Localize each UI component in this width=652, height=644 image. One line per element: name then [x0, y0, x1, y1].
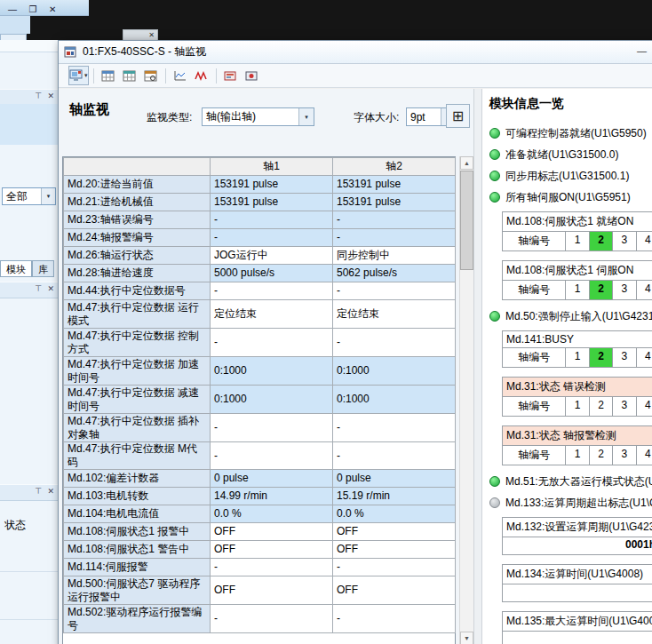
row-label: Md.44:执行中定位数据号 [64, 282, 211, 300]
detail-monitor-icon [144, 70, 157, 82]
dock-panel-header: ⊤ ✕ [0, 282, 58, 298]
axis-cell-4: 4 [637, 348, 652, 367]
axis-monitor-button[interactable] [99, 66, 118, 85]
window-title: 01:FX5-40SSC-S - 轴监视 [83, 44, 206, 60]
axis-number-header: 轴编号 [503, 281, 566, 299]
scroll-down-button[interactable]: ▼ [460, 632, 473, 644]
axis-box-title: Md.31:状态 轴报警检测 [502, 425, 652, 446]
toolbar-separator [216, 68, 217, 83]
scroll-up-button[interactable]: ▲ [460, 156, 473, 170]
module-status-item: Md.51:无放大器运行模式状态(U1\G [489, 474, 652, 489]
graph-monitor-button[interactable] [171, 66, 190, 85]
servo-amp-icon [224, 70, 237, 82]
status-led-green-icon [489, 192, 500, 203]
axis1-value: - [211, 414, 333, 442]
font-size-value: 9pt [407, 111, 441, 123]
table-row: Md.108:伺服状态1 报警中OFFOFF [64, 523, 456, 541]
toolbar-separator [93, 68, 94, 83]
close-icon[interactable]: ✕ [47, 91, 54, 100]
module-status-item: 所有轴伺服ON(U1\G5951) [489, 190, 652, 204]
module-info-list: 可编程控制器就绪(U1\G5950)准备就绪(U1\G31500.0)同步用标志… [489, 126, 652, 644]
axis1-value: 5000 pulse/s [211, 265, 333, 282]
axis-cell-3: 3 [613, 281, 636, 299]
table-row: Md.102:偏差计数器0 pulse0 pulse [64, 470, 456, 488]
axis-monitor-pane: 轴监视 监视类型: 轴(输出轴) ▾ 字体大小: 9pt ▾ ⊞ [59, 89, 473, 644]
waveform-trace-button[interactable] [192, 66, 211, 85]
table-row: Md.47:执行中定位数据 加速时间号0:10000:1000 [64, 357, 456, 386]
module-info-title: 模块信息一览 [489, 96, 652, 112]
table-row: Md.47:执行中定位数据 减速时间号0:10000:1000 [64, 386, 456, 414]
axis-cell-3: 3 [613, 232, 636, 250]
tab-module[interactable]: 模块 [0, 260, 32, 277]
status-item-label: 所有轴伺服ON(U1\G5951) [505, 190, 631, 205]
pin-icon[interactable]: ⊤ [35, 284, 42, 293]
axis-number-header: 轴编号 [503, 348, 566, 367]
value-box: Md.134:运算时间(U1\G4008) [502, 564, 652, 602]
monitor-toolbar: ▾ [59, 64, 652, 88]
pane-splitter[interactable] [473, 89, 482, 644]
pin-icon[interactable]: ⊤ [35, 487, 42, 496]
axis2-value: 153191 pulse [333, 194, 456, 211]
row-label: Md.23:轴错误编号 [64, 211, 211, 229]
monitor-type-label: 监视类型: [147, 110, 192, 125]
status-item-label: Md.51:无放大器运行模式状态(U1\G [505, 474, 652, 489]
tab-library[interactable]: 库 [32, 260, 54, 277]
row-label: Md.47:执行中定位数据 插补对象轴 [64, 414, 211, 442]
minimize-icon[interactable]: — [8, 4, 17, 14]
row-label: Md.500:伺服状态7 驱动程序运行报警中 [64, 576, 211, 605]
element-filter-dropdown[interactable]: 全部 ▾ [2, 187, 56, 205]
axis-status-box: Md.108:伺服状态1 伺服ON轴编号1234 [502, 260, 652, 300]
group-monitor-icon [123, 70, 136, 82]
close-icon[interactable]: ✕ [47, 284, 54, 293]
close-icon[interactable]: ✕ [148, 31, 155, 39]
axis-number-row: 轴编号1234 [502, 348, 652, 368]
scrollbar-thumb[interactable] [460, 171, 473, 270]
axis2-value: OFF [333, 576, 456, 605]
monitor-toggle-button[interactable]: ▾ [68, 66, 89, 85]
row-label: Md.47:执行中定位数据 减速时间号 [64, 386, 211, 414]
detail-monitor-button[interactable] [141, 66, 161, 85]
servo-amp-button[interactable] [221, 66, 241, 85]
close-icon[interactable]: ✕ [49, 4, 56, 14]
monitor-type-dropdown[interactable]: 轴(输出轴) ▾ [202, 107, 314, 126]
axis-monitor-table-wrap: 轴1 轴2 Md.20:进给当前值153191 pulse153191 puls… [62, 156, 456, 644]
record-monitor-button[interactable] [243, 66, 262, 85]
table-layout-button[interactable]: ⊞ [446, 104, 470, 128]
axis-status-box: Md.31:状态 错误检测轴编号1234 [502, 377, 652, 417]
status-led-green-icon [489, 171, 500, 181]
dock-selection-block [0, 104, 58, 145]
minimize-icon[interactable]: — [637, 45, 647, 56]
status-item-label: Md.50:强制停止输入(U1\G4231) [505, 309, 652, 324]
vertical-scrollbar[interactable]: ▲ ▼ [459, 156, 473, 644]
status-led-green-icon [489, 311, 500, 322]
axis1-value: - [211, 329, 333, 357]
row-label: Md.104:电机电流值 [64, 505, 211, 523]
axis-number-row: 轴编号1234 [502, 232, 652, 251]
status-item-label: 可编程控制器就绪(U1\G5950) [505, 126, 647, 141]
status-led-gray-icon [489, 497, 500, 508]
table-row: Md.21:进给机械值153191 pulse153191 pulse [64, 194, 456, 211]
column-header-axis2: 轴2 [333, 158, 456, 176]
group-monitor-button[interactable] [120, 66, 139, 85]
module-status-item: Md.133:运算周期超出标志(U1\G4 [489, 496, 652, 510]
axis2-value: 0:1000 [333, 357, 456, 386]
close-icon[interactable]: ✕ [47, 487, 54, 496]
row-label: Md.47:执行中定位数据 加速时间号 [64, 357, 211, 386]
row-label: Md.47:执行中定位数据 控制方式 [64, 329, 211, 357]
restore-icon[interactable]: ❐ [28, 4, 36, 14]
value-box: Md.135:最大运算时间(U1\G4009 [502, 611, 652, 644]
table-row: Md.47:执行中定位数据 运行模式定位结束定位结束 [64, 300, 456, 329]
axis-cell-2: 2 [590, 281, 613, 299]
pin-icon[interactable]: ⊤ [35, 91, 42, 100]
chevron-down-icon[interactable]: ▾ [298, 108, 314, 125]
chevron-down-icon[interactable]: ▾ [41, 188, 55, 204]
table-row: Md.23:轴错误编号-- [64, 211, 456, 229]
value-box-title: Md.132:设置运算周期(U1\G4238) [502, 517, 652, 537]
module-status-item: 可编程控制器就绪(U1\G5950) [489, 126, 652, 140]
axis2-value: - [333, 329, 456, 357]
axis1-value: 0.0 % [211, 505, 333, 523]
axis2-value: - [333, 605, 456, 633]
waveform-trace-icon [195, 70, 209, 82]
axis-cell-4: 4 [637, 281, 652, 299]
column-header-axis1: 轴1 [211, 158, 333, 176]
